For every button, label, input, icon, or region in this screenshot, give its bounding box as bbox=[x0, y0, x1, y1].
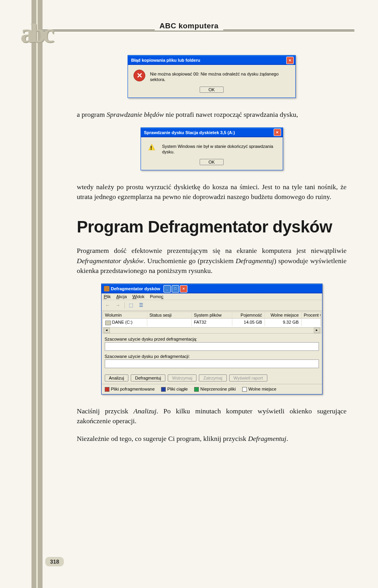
ok-button[interactable]: OK bbox=[200, 159, 224, 165]
left-margin-inner bbox=[36, 0, 38, 588]
refresh-icon[interactable]: ⬚ bbox=[127, 301, 135, 309]
legend-swatch-unmovable bbox=[194, 387, 199, 392]
toolbar: ← → ⬚ ☰ bbox=[102, 300, 322, 311]
volume-list: Wolumin Status sesji System plików Pojem… bbox=[102, 312, 321, 333]
est-before-label: Szacowane użycie dysku przed defragmenta… bbox=[105, 337, 319, 341]
forward-icon[interactable]: → bbox=[114, 301, 122, 309]
legend-unmovable: Nieprzenośne pliki bbox=[200, 387, 236, 391]
legend-swatch-fragmented bbox=[105, 387, 109, 392]
scroll-right-icon[interactable]: ► bbox=[314, 328, 320, 333]
close-icon[interactable]: × bbox=[274, 129, 281, 136]
paragraph-3: Programem dość efektownie prezentującym … bbox=[77, 246, 346, 276]
legend-free: Wolne miejsce bbox=[248, 387, 276, 391]
warning-icon bbox=[146, 142, 158, 153]
drive-icon bbox=[105, 321, 111, 325]
error-dialog-titlebar: Błąd kopiowania pliku lub folderu × bbox=[128, 55, 295, 65]
menu-action[interactable]: Akcja bbox=[116, 294, 127, 299]
menu-view[interactable]: Widok bbox=[132, 294, 145, 299]
close-icon[interactable]: × bbox=[286, 57, 294, 64]
menu-file[interactable]: Plik bbox=[104, 294, 111, 299]
defrag-app-icon bbox=[104, 286, 109, 291]
error-dialog-message: Nie można skopiować 00: Nie można odnale… bbox=[150, 70, 290, 83]
row-capacity: 14.05 GB bbox=[232, 319, 265, 326]
report-button: Wyświetl raport bbox=[229, 374, 267, 382]
defrag-titlebar: Defragmentator dysków _ □ × bbox=[102, 284, 322, 293]
legend-swatch-free bbox=[242, 387, 247, 392]
horizontal-scrollbar[interactable]: ◄ ► bbox=[103, 327, 321, 333]
warning-dialog-title: Sprawdzanie dysku Stacja dyskietek 3,5 (… bbox=[144, 130, 235, 135]
warning-dialog: Sprawdzanie dysku Stacja dyskietek 3,5 (… bbox=[141, 127, 283, 170]
legend-fragmented: Pliki pofragmentowane bbox=[111, 387, 155, 391]
col-volume[interactable]: Wolumin bbox=[103, 312, 147, 318]
row-filesystem: FAT32 bbox=[192, 319, 232, 326]
abc-logo: abc bbox=[20, 18, 51, 49]
row-free: 9.32 GB bbox=[265, 319, 302, 326]
close-icon[interactable]: × bbox=[180, 285, 187, 293]
est-after-label: Szacowane użycie dysku po defragmentacji… bbox=[105, 354, 319, 359]
col-percent[interactable]: Procent wolne bbox=[302, 312, 321, 318]
error-icon: ✕ bbox=[133, 70, 145, 81]
page-header-title: ABC komputera bbox=[155, 22, 223, 30]
error-dialog: Błąd kopiowania pliku lub folderu × ✕ Ni… bbox=[128, 55, 296, 98]
paragraph-4: Naciśnij przycisk Analizuj. Po kilku min… bbox=[77, 406, 346, 426]
defrag-window-title: Defragmentator dysków bbox=[111, 286, 160, 291]
menu-bar: Plik Akcja Widok Pomoc bbox=[102, 293, 322, 300]
col-status[interactable]: Status sesji bbox=[147, 312, 192, 318]
legend: Pliki pofragmentowane Pliki ciągłe Niepr… bbox=[102, 384, 322, 394]
list-row[interactable]: DANE (C:) FAT32 14.05 GB 9.32 GB bbox=[103, 319, 321, 326]
properties-icon[interactable]: ☰ bbox=[137, 301, 145, 309]
row-volume: DANE (C:) bbox=[112, 320, 133, 324]
error-dialog-title: Błąd kopiowania pliku lub folderu bbox=[131, 58, 200, 63]
section-heading: Program Defragmentator dysków bbox=[77, 218, 346, 236]
analyze-button[interactable]: Analizuj bbox=[105, 374, 129, 382]
legend-swatch-contiguous bbox=[161, 387, 166, 392]
maximize-icon[interactable]: □ bbox=[172, 285, 179, 293]
defragment-button[interactable]: Defragmentuj bbox=[131, 374, 165, 382]
warning-dialog-titlebar: Sprawdzanie dysku Stacja dyskietek 3,5 (… bbox=[141, 128, 283, 137]
page-number: 318 bbox=[45, 557, 64, 566]
col-filesystem[interactable]: System plików bbox=[192, 312, 232, 318]
warning-dialog-message: System Windows nie był w stanie dokończy… bbox=[162, 142, 277, 155]
defrag-window: Defragmentator dysków _ □ × Plik Akcja W… bbox=[101, 284, 322, 394]
paragraph-1: a program Sprawdzanie błędów nie potrafi… bbox=[77, 110, 346, 120]
col-capacity[interactable]: Pojemność bbox=[232, 312, 265, 318]
back-icon[interactable]: ← bbox=[104, 301, 112, 309]
list-header: Wolumin Status sesji System plików Pojem… bbox=[103, 312, 321, 319]
est-after-bar bbox=[105, 359, 319, 368]
scroll-left-icon[interactable]: ◄ bbox=[104, 328, 110, 333]
est-before-bar bbox=[105, 342, 319, 351]
stop-button: Zatrzymaj bbox=[199, 374, 226, 382]
paragraph-5: Niezależnie od tego, co sugeruje Ci prog… bbox=[77, 434, 346, 444]
legend-contiguous: Pliki ciągłe bbox=[167, 387, 188, 391]
minimize-icon[interactable]: _ bbox=[163, 285, 171, 293]
ok-button[interactable]: OK bbox=[200, 87, 224, 93]
paragraph-2: wtedy należy po prostu wyrzucić dyskietk… bbox=[77, 182, 346, 202]
menu-help[interactable]: Pomoc bbox=[150, 294, 163, 299]
col-free[interactable]: Wolne miejsce bbox=[265, 312, 302, 318]
row-status bbox=[147, 319, 192, 326]
pause-button: Wstrzymaj bbox=[168, 374, 196, 382]
